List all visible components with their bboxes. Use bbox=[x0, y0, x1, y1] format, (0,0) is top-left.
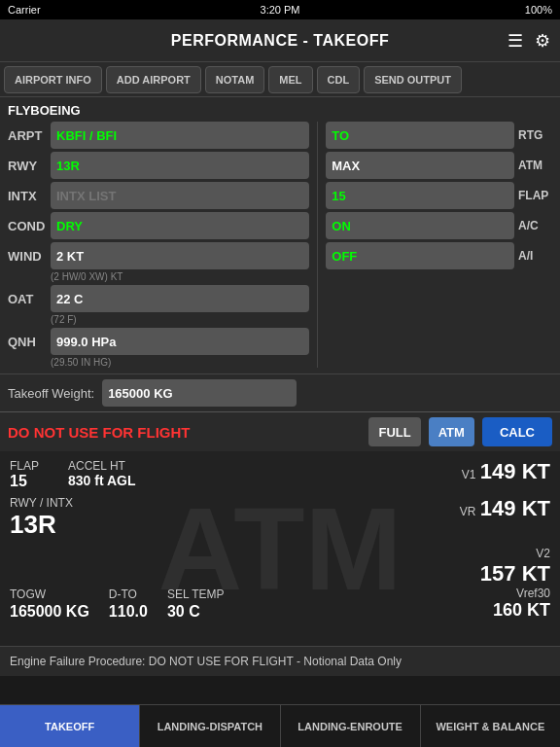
ai-input[interactable] bbox=[326, 242, 514, 269]
v1-label: V1 bbox=[462, 468, 476, 481]
form-right-col: RTG ATM FLAP A/C A/I bbox=[317, 122, 552, 368]
carrier-label: Carrier bbox=[8, 4, 41, 16]
arpt-label: ARPT bbox=[8, 128, 47, 143]
wind-row: WIND bbox=[8, 242, 309, 269]
togw-label: TOGW bbox=[10, 587, 89, 601]
intx-row: INTX bbox=[8, 182, 309, 209]
results-area: ATM FLAP 15 ACCEL HT 830 ft AGL V1 149 K… bbox=[0, 451, 560, 646]
max-input[interactable] bbox=[326, 152, 514, 179]
wind-label: WIND bbox=[8, 249, 47, 264]
tw-label: Takeoff Weight: bbox=[8, 386, 94, 401]
intx-input[interactable] bbox=[51, 182, 309, 209]
ac-unit: A/C bbox=[518, 219, 552, 232]
v2-label: V2 bbox=[536, 547, 550, 560]
v2-val: 157 KT bbox=[480, 561, 550, 587]
flyboeing-label: FLYBOEING bbox=[8, 103, 552, 118]
flap-input[interactable] bbox=[326, 182, 514, 209]
settings-icon[interactable]: ⚙ bbox=[535, 30, 550, 52]
tab-add-airport[interactable]: ADD AIRPORT bbox=[106, 66, 201, 93]
wind-input[interactable] bbox=[51, 242, 309, 269]
to-input[interactable] bbox=[326, 122, 514, 149]
tab-send-output[interactable]: SEND OUTPUT bbox=[364, 66, 462, 93]
qnh-input[interactable] bbox=[51, 328, 309, 355]
nav-tab-bar: AIRPORT INFO ADD AIRPORT NOTAM MEL CDL S… bbox=[0, 62, 560, 97]
tab-cdl[interactable]: CDL bbox=[317, 66, 361, 93]
rtg-unit: RTG bbox=[518, 128, 552, 142]
tab-landing-enroute[interactable]: LANDING-ENROUTE bbox=[281, 705, 421, 747]
dto-label: D-TO bbox=[109, 587, 148, 601]
intx-label: INTX bbox=[8, 189, 47, 203]
sel-temp-val: 30 C bbox=[167, 603, 225, 621]
qnh-label: QNH bbox=[8, 335, 47, 349]
cond-row: COND bbox=[8, 212, 309, 239]
atm-unit: ATM bbox=[518, 159, 552, 172]
calc-row: DO NOT USE FOR FLIGHT FULL ATM CALC bbox=[0, 411, 560, 451]
accel-ht-val: 830 ft AGL bbox=[68, 473, 136, 488]
arpt-input[interactable] bbox=[51, 122, 309, 149]
rwy-intx-label: RWY / INTX bbox=[10, 496, 73, 510]
flap-unit: FLAP bbox=[518, 189, 552, 202]
do-not-use-label: DO NOT USE FOR FLIGHT bbox=[8, 424, 361, 441]
arpt-row: ARPT bbox=[8, 122, 309, 149]
rwy-intx-val: 13R bbox=[10, 510, 73, 540]
to-row: RTG bbox=[326, 122, 552, 149]
flap-result-val: 15 bbox=[10, 473, 39, 490]
page-title: PERFORMANCE - TAKEOFF bbox=[171, 32, 389, 50]
vref30-val: 160 KT bbox=[480, 600, 550, 621]
wind-sub-note: (2 HW/0 XW) KT bbox=[8, 271, 309, 282]
form-section: FLYBOEING ARPT RWY INTX COND bbox=[0, 97, 560, 374]
app-header: PERFORMANCE - TAKEOFF ☰ ⚙ bbox=[0, 19, 560, 62]
cond-input[interactable] bbox=[51, 212, 309, 239]
time-label: 3:20 PM bbox=[261, 4, 300, 16]
flap-row: FLAP bbox=[326, 182, 552, 209]
takeoff-weight-row: Takeoff Weight: bbox=[0, 374, 560, 411]
accel-ht-label: ACCEL HT bbox=[68, 459, 136, 473]
qnh-sub-note: (29.50 IN HG) bbox=[8, 357, 309, 368]
efp-notice: Engine Failure Procedure: DO NOT USE FOR… bbox=[0, 646, 560, 676]
dto-val: 110.0 bbox=[109, 603, 148, 621]
full-button[interactable]: FULL bbox=[368, 417, 420, 446]
tab-landing-dispatch[interactable]: LANDING-DISPATCH bbox=[140, 705, 280, 747]
calc-button[interactable]: CALC bbox=[482, 417, 552, 446]
rwy-input[interactable] bbox=[51, 152, 309, 179]
oat-sub-note: (72 F) bbox=[8, 314, 309, 325]
ai-row: A/I bbox=[326, 242, 552, 269]
battery-label: 100% bbox=[525, 4, 552, 16]
form-left-col: ARPT RWY INTX COND WIND (2 bbox=[8, 122, 309, 368]
oat-label: OAT bbox=[8, 292, 47, 306]
tab-takeoff[interactable]: TAKEOFF bbox=[0, 705, 140, 747]
sel-temp-label: SEL TEMP bbox=[167, 587, 225, 601]
tab-airport-info[interactable]: AIRPORT INFO bbox=[4, 66, 102, 93]
ai-unit: A/I bbox=[518, 249, 552, 263]
tab-weight-balance[interactable]: WEIGHT & BALANCE bbox=[421, 705, 560, 747]
tw-input[interactable] bbox=[102, 379, 297, 407]
rwy-label: RWY bbox=[8, 159, 47, 173]
menu-icon[interactable]: ☰ bbox=[508, 30, 523, 52]
flap-result-label: FLAP bbox=[10, 459, 39, 473]
bottom-tab-bar: TAKEOFF LANDING-DISPATCH LANDING-ENROUTE… bbox=[0, 704, 560, 747]
tab-notam[interactable]: NOTAM bbox=[205, 66, 265, 93]
ac-input[interactable] bbox=[326, 212, 514, 239]
tab-mel[interactable]: MEL bbox=[268, 66, 312, 93]
v1-val: 149 KT bbox=[480, 459, 550, 483]
atm-button[interactable]: ATM bbox=[429, 417, 474, 446]
vr-val: 149 KT bbox=[480, 496, 550, 520]
oat-input[interactable] bbox=[51, 285, 309, 312]
qnh-row: QNH bbox=[8, 328, 309, 355]
oat-row: OAT bbox=[8, 285, 309, 312]
max-row: ATM bbox=[326, 152, 552, 179]
rwy-row: RWY bbox=[8, 152, 309, 179]
vr-label: VR bbox=[460, 505, 476, 518]
status-bar: Carrier 3:20 PM 100% bbox=[0, 0, 560, 19]
vref30-label: Vref30 bbox=[480, 587, 550, 600]
togw-val: 165000 KG bbox=[10, 603, 89, 621]
ac-row: A/C bbox=[326, 212, 552, 239]
cond-label: COND bbox=[8, 219, 47, 233]
